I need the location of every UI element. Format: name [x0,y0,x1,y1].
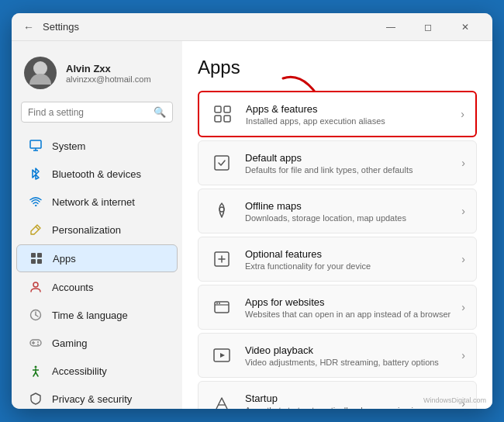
close-button[interactable]: ✕ [447,13,483,41]
apps-features-text: Apps & features Installed apps, app exec… [246,103,450,126]
offline-maps-desc: Downloads, storage location, map updates [245,213,450,223]
default-apps-chevron: › [461,157,465,169]
sidebar-item-gaming[interactable]: Gaming [16,330,178,356]
sidebar-item-accessibility[interactable]: Accessibility [16,358,178,384]
startup-desc: Apps that start automatically when you s… [245,406,450,410]
sidebar-item-apps[interactable]: Apps [16,244,178,272]
search-box[interactable]: 🔍 [21,102,173,123]
apps-websites-icon [209,295,234,320]
accessibility-icon [29,364,43,378]
sidebar-item-privacy[interactable]: Privacy & security [16,386,178,409]
avatar [24,57,57,89]
user-info: Alvin Zxx alvinzxx@hotmail.com [66,63,151,84]
sidebar-label-system: System [52,140,85,152]
default-apps-icon [209,150,234,175]
user-email: alvinzxx@hotmail.com [66,74,151,84]
sidebar-label-network: Network & internet [52,196,135,208]
optional-features-desc: Extra functionality for your device [245,261,450,271]
maximize-button[interactable]: ◻ [410,13,446,41]
sidebar-label-accessibility: Accessibility [52,365,107,377]
optional-features-chevron: › [461,253,465,265]
user-profile: Alvin Zxx alvinzxx@hotmail.com [12,50,182,102]
sidebar-item-bluetooth[interactable]: Bluetooth & devices [16,161,178,187]
default-apps-desc: Defaults for file and link types, other … [245,165,450,175]
svg-rect-6 [31,259,36,264]
offline-maps-chevron: › [461,205,465,217]
apps-websites-desc: Websites that can open in an app instead… [245,310,450,319]
sidebar-label-accounts: Accounts [52,282,93,293]
optional-features-title: Optional features [245,248,450,260]
sidebar-item-system[interactable]: System [16,133,178,159]
video-playback-title: Video playback [245,344,450,356]
sidebar-item-personalization[interactable]: Personalization [16,216,178,243]
sidebar-label-gaming: Gaming [52,337,88,349]
sidebar: Alvin Zxx alvinzxx@hotmail.com 🔍 System [12,41,182,409]
video-playback-text: Video playback Video adjustments, HDR st… [245,344,450,367]
svg-point-16 [37,344,39,345]
main-content: Alvin Zxx alvinzxx@hotmail.com 🔍 System [12,41,492,409]
back-button[interactable]: ← [21,19,36,35]
apps-websites-title: Apps for websites [245,296,450,308]
apps-features-icon [210,102,235,126]
svg-rect-26 [224,116,230,122]
window-title: Settings [43,21,79,33]
optional-features-icon [209,247,234,272]
offline-maps-icon [209,199,234,223]
default-apps-text: Default apps Defaults for file and link … [245,152,450,175]
startup-icon [209,391,234,409]
svg-rect-24 [224,106,230,112]
person-icon [29,280,43,294]
settings-item-default-apps[interactable]: Default apps Defaults for file and link … [198,140,477,185]
svg-point-8 [33,282,38,287]
svg-rect-7 [37,259,42,264]
monitor-icon [29,139,43,153]
startup-title: Startup [245,393,450,404]
shield-icon [29,392,43,406]
svg-rect-0 [30,140,41,148]
sidebar-label-time: Time & language [52,310,128,321]
svg-point-34 [216,303,218,304]
svg-rect-5 [37,253,42,258]
sidebar-item-network[interactable]: Network & internet [16,189,178,215]
title-bar: ← Settings — ◻ ✕ [12,13,492,41]
offline-maps-title: Offline maps [245,200,450,212]
brush-icon [29,223,43,237]
settings-list: Apps & features Installed apps, app exec… [198,91,477,409]
settings-item-startup[interactable]: Startup Apps that start automatically wh… [198,381,477,409]
settings-item-video-playback[interactable]: Video playback Video adjustments, HDR st… [198,333,477,378]
sidebar-item-accounts[interactable]: Accounts [16,274,178,300]
startup-text: Startup Apps that start automatically wh… [245,393,450,410]
default-apps-title: Default apps [245,152,450,164]
sidebar-label-apps: Apps [53,253,76,265]
search-icon: 🔍 [154,106,166,118]
apps-features-title: Apps & features [246,103,450,115]
sidebar-item-time[interactable]: Time & language [16,302,178,328]
settings-item-apps-websites[interactable]: Apps for websites Websites that can open… [198,285,477,330]
svg-marker-37 [220,353,225,358]
video-playback-desc: Video adjustments, HDR streaming, batter… [245,358,450,367]
clock-icon [29,308,43,322]
offline-maps-text: Offline maps Downloads, storage location… [245,200,450,223]
settings-item-offline-maps[interactable]: Offline maps Downloads, storage location… [198,189,477,233]
watermark: WindowsDigital.com [423,396,486,404]
svg-line-11 [36,315,38,316]
bluetooth-icon [29,167,43,181]
window-controls: — ◻ ✕ [373,13,483,41]
search-input[interactable] [28,107,149,118]
settings-item-optional-features[interactable]: Optional features Extra functionality fo… [198,237,477,282]
settings-item-apps-features[interactable]: Apps & features Installed apps, app exec… [198,91,477,137]
minimize-button[interactable]: — [373,13,409,41]
svg-rect-27 [215,156,229,170]
svg-point-17 [35,366,37,368]
sidebar-label-bluetooth: Bluetooth & devices [52,168,141,180]
svg-point-35 [219,303,220,304]
sidebar-label-personalization: Personalization [52,224,121,236]
svg-line-20 [33,372,36,376]
svg-rect-23 [215,106,221,112]
svg-rect-4 [31,253,36,258]
settings-window: ← Settings — ◻ ✕ Alvin Zxx alvinzxx@hotm… [12,13,492,409]
video-playback-chevron: › [461,349,465,361]
main-panel: Apps Apps & features [182,41,492,409]
page-title: Apps [198,57,477,78]
sidebar-label-privacy: Privacy & security [52,393,132,405]
